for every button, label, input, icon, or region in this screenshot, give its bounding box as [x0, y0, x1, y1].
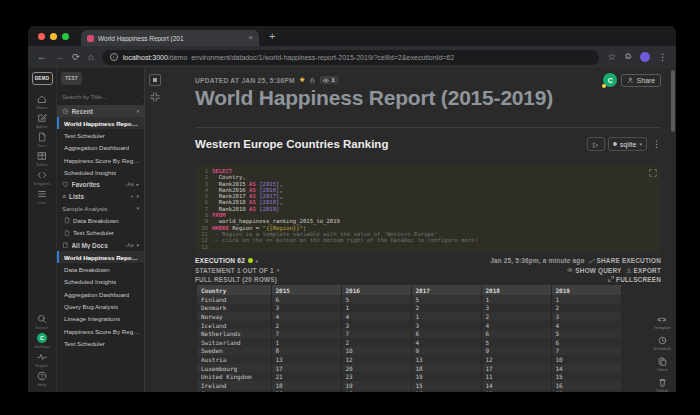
- column-header[interactable]: 2017: [411, 285, 481, 295]
- search-by-title-input[interactable]: [62, 94, 140, 100]
- caret-down-icon[interactable]: ▾: [256, 258, 259, 264]
- rail-item-help[interactable]: Help: [37, 371, 47, 387]
- table-row[interactable]: Sweden810997: [197, 347, 621, 356]
- chevron-down-icon[interactable]: ▾: [136, 205, 139, 211]
- table-row[interactable]: Denmark31232: [197, 304, 621, 313]
- show-query-button[interactable]: SHOW QUERY: [567, 267, 621, 274]
- doc-action-clone[interactable]: Clone: [657, 357, 668, 372]
- column-header[interactable]: 2018: [481, 285, 551, 295]
- forward-icon[interactable]: →: [55, 52, 65, 62]
- rail-item-lists[interactable]: Lists: [37, 189, 47, 205]
- column-header[interactable]: 2016: [341, 285, 411, 295]
- fullscreen-button[interactable]: FULLSCREEN: [608, 276, 661, 283]
- sidebar-doc-item[interactable]: Data Breakdown: [57, 214, 144, 226]
- minimize-window-button[interactable]: [50, 33, 57, 40]
- sidebar-doc-item[interactable]: Scheduled Insights: [57, 166, 144, 178]
- share-button[interactable]: Share: [621, 74, 661, 87]
- statement-label[interactable]: STATEMENT 1 OUT OF 1: [195, 267, 274, 274]
- editor-expand-icon[interactable]: [649, 169, 657, 177]
- doc-action-delete[interactable]: Delete: [656, 378, 668, 392]
- run-query-button[interactable]: ▷: [587, 137, 605, 151]
- rail-item-adhoc[interactable]: Adhoc: [36, 113, 48, 129]
- owner-avatar[interactable]: C: [603, 73, 617, 87]
- chevron-right-icon[interactable]: ▸: [136, 181, 139, 187]
- sidebar-doc-item[interactable]: Happiness Score By Region: [57, 154, 144, 166]
- table-row[interactable]: Finland65511: [197, 295, 621, 304]
- browser-profile-avatar[interactable]: [640, 52, 650, 62]
- sidebar-doc-item[interactable]: Data Breakdown: [57, 263, 144, 275]
- collapse-cells-icon[interactable]: [150, 92, 160, 102]
- sidebar-section-favorites[interactable]: Favorites ↓Aa ▸: [57, 178, 144, 190]
- table-row[interactable]: Germany2616161517: [197, 390, 621, 392]
- rail-item-engine[interactable]: Engine: [35, 352, 48, 368]
- sidebar-doc-item[interactable]: Query Bug Analysis: [57, 300, 144, 312]
- sidebar-doc-item[interactable]: World Happiness Report (2015…: [57, 117, 144, 129]
- chevron-down-icon[interactable]: ▾: [136, 193, 139, 199]
- table-row[interactable]: Ireland1819151416: [197, 381, 621, 390]
- environment-demo-button[interactable]: DEMO: [32, 72, 53, 85]
- rail-item-tables[interactable]: Tables: [36, 151, 48, 167]
- sidebar-doc-item[interactable]: Scheduled Insights: [57, 276, 144, 288]
- rail-item-search[interactable]: Search: [35, 314, 48, 330]
- column-header[interactable]: 2015: [271, 285, 341, 295]
- lock-icon[interactable]: [309, 77, 316, 84]
- browser-menu-icon[interactable]: ⋮: [658, 53, 667, 62]
- reload-icon[interactable]: ⟳: [72, 52, 80, 62]
- tab-close-icon[interactable]: ×: [248, 34, 253, 42]
- maximize-window-button[interactable]: [62, 33, 69, 40]
- table-row[interactable]: Iceland23344: [197, 321, 621, 330]
- table-row[interactable]: United Kingdom2123191115: [197, 372, 621, 381]
- sidebar-doc-item[interactable]: Test Scheduler: [57, 227, 144, 239]
- execution-label[interactable]: EXECUTION 62: [195, 257, 245, 264]
- sidebar-doc-item[interactable]: Test Scheduler: [57, 337, 144, 349]
- list-group-sample-analysis[interactable]: Sample Analysis ▾: [57, 202, 144, 214]
- sidebar-section-all-my-docs[interactable]: All My Docs ↓Aa ▾: [57, 239, 144, 251]
- sidebar-doc-item[interactable]: World Happiness Report (2015…: [57, 251, 144, 263]
- browser-tab[interactable]: World Happiness Report (201 ×: [81, 30, 259, 46]
- scrollbar-thumb[interactable]: [671, 70, 675, 132]
- home-icon[interactable]: ⌂: [88, 52, 94, 62]
- caret-down-icon[interactable]: ▾: [277, 267, 280, 273]
- sidebar-section-lists[interactable]: ≡ Lists + ▾: [57, 190, 144, 202]
- sidebar-doc-item[interactable]: Aggregation Dashboard: [57, 142, 144, 154]
- doc-title[interactable]: World Happiness Report (2015-2019): [195, 86, 553, 110]
- sort-icon[interactable]: ↓Aa: [125, 181, 134, 187]
- column-header[interactable]: Country: [197, 285, 271, 295]
- sort-icon[interactable]: ↓Aa: [125, 242, 134, 248]
- engine-selector[interactable]: sqlite ▾: [608, 137, 647, 151]
- back-icon[interactable]: ←: [37, 52, 47, 62]
- rail-item-settings[interactable]: CSettings: [34, 333, 49, 349]
- sidebar-section-recent[interactable]: Recent ▾: [57, 105, 144, 117]
- bookmark-star-icon[interactable]: ☆: [607, 52, 616, 62]
- sql-editor[interactable]: 1SELECT2 Country,3 Rank2015 AS [2015],4 …: [195, 165, 661, 253]
- sidebar-doc-item[interactable]: Happiness Score By Region: [57, 325, 144, 337]
- query-cell-title[interactable]: Western Europe Countries Ranking: [195, 138, 587, 150]
- extensions-puzzle-icon[interactable]: [624, 53, 632, 61]
- rail-item-snippets[interactable]: Snippets: [34, 170, 50, 186]
- chevron-down-icon[interactable]: ▾: [136, 242, 139, 248]
- add-list-plus-icon[interactable]: +: [131, 193, 134, 199]
- new-tab-button[interactable]: +: [269, 31, 275, 42]
- table-row[interactable]: Austria1312131210: [197, 355, 621, 364]
- sidebar-doc-item[interactable]: Lineage Integrations: [57, 313, 144, 325]
- export-button[interactable]: EXPORT: [626, 267, 661, 274]
- chevron-down-icon[interactable]: ▾: [136, 108, 139, 114]
- environment-test-button[interactable]: TEST: [61, 72, 82, 85]
- rail-item-docs[interactable]: Docs: [37, 132, 47, 148]
- favorite-star-icon[interactable]: ★: [299, 76, 306, 84]
- rail-item-home[interactable]: Home: [36, 94, 47, 110]
- contents-toggle-icon[interactable]: [149, 74, 161, 86]
- viewers-badge[interactable]: 1: [320, 76, 337, 84]
- close-window-button[interactable]: [38, 33, 45, 40]
- table-row[interactable]: Switzerland12456: [197, 338, 621, 347]
- sidebar-doc-item[interactable]: Test Scheduler: [57, 129, 144, 141]
- table-row[interactable]: Netherlands77665: [197, 329, 621, 338]
- share-execution-button[interactable]: SHARE EXECUTION: [589, 257, 661, 264]
- table-row[interactable]: Norway44123: [197, 312, 621, 321]
- doc-action-template[interactable]: <>Template: [654, 315, 671, 330]
- column-header[interactable]: 2019: [551, 285, 621, 295]
- table-row[interactable]: Luxembourg1720181714: [197, 364, 621, 373]
- site-info-icon[interactable]: i: [110, 53, 118, 61]
- sidebar-doc-item[interactable]: Aggregation Dashboard: [57, 288, 144, 300]
- cell-menu-icon[interactable]: ⋮: [652, 140, 661, 149]
